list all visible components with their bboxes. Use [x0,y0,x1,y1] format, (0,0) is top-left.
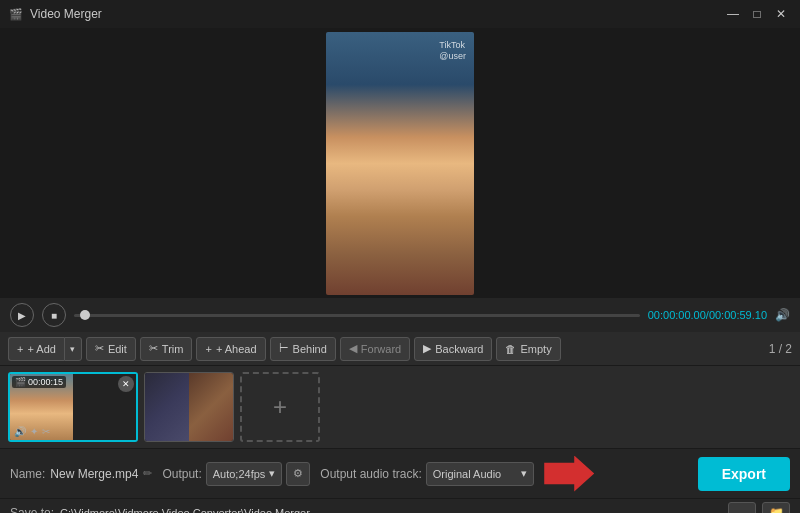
progress-track[interactable] [74,314,640,317]
volume-icon[interactable]: 🔊 [775,308,790,322]
forward-button[interactable]: ◀ Forward [340,337,410,361]
edit-label: Edit [108,343,127,355]
forward-label: Forward [361,343,401,355]
add-label: + Add [27,343,55,355]
page-indicator: 1 / 2 [769,342,792,356]
title-bar: 🎬 Video Merger — □ ✕ [0,0,800,28]
stop-button[interactable]: ■ [42,303,66,327]
tiktok-overlay: TikTok@user [439,40,466,63]
clip-item-2[interactable] [144,372,234,442]
ahead-label: + Ahead [216,343,257,355]
name-value: New Merge.mp4 [50,467,138,481]
add-button-group[interactable]: + + Add ▾ [8,337,82,361]
audio-dropdown[interactable]: Original Audio ▾ [426,462,535,486]
backward-icon: ▶ [423,342,431,355]
saveto-path: C:\Vidmore\Vidmore Video Converter\Video… [60,507,722,514]
export-arrow-decoration [544,456,594,492]
ahead-icon: + [205,343,211,355]
add-dropdown-button[interactable]: ▾ [64,337,82,361]
saveto-label: Save to: [10,506,54,514]
clip2-part2 [189,373,233,441]
output-select-box[interactable]: Auto;24fps ▾ [206,462,283,486]
close-button[interactable]: ✕ [770,4,792,24]
add-icon: + [17,343,23,355]
behind-label: Behind [293,343,327,355]
forward-icon: ◀ [349,342,357,355]
output-value: Auto;24fps [213,468,266,480]
time-display: 00:00:00.00/00:00:59.10 [648,309,767,321]
clip2-thumbnail [145,373,233,441]
bottom-bar: Name: New Merge.mp4 ✏ Output: Auto;24fps… [0,448,800,498]
name-label: Name: [10,467,45,481]
clips-area: 🎬 00:00:15 ✕ 🔊 ✦ ✂ + [0,366,800,448]
audio-field: Output audio track: Original Audio ▾ [320,462,534,486]
clip-item[interactable]: 🎬 00:00:15 ✕ 🔊 ✦ ✂ [8,372,138,442]
trim-button[interactable]: ✂ Trim [140,337,193,361]
backward-label: Backward [435,343,483,355]
clip-time: 🎬 00:00:15 [12,376,66,388]
audio-label: Output audio track: [320,467,421,481]
edit-button[interactable]: ✂ Edit [86,337,136,361]
clip-action-icons: 🔊 ✦ ✂ [14,426,50,437]
name-field: Name: New Merge.mp4 ✏ [10,467,152,481]
maximize-button[interactable]: □ [746,4,768,24]
saveto-folder-button[interactable]: 📁 [762,502,790,514]
output-label: Output: [162,467,201,481]
folder-icon: 📁 [769,506,784,514]
gear-button[interactable]: ⚙ [286,462,310,486]
saveto-bar: Save to: C:\Vidmore\Vidmore Video Conver… [0,498,800,513]
video-content: TikTok@user [326,32,474,295]
audio-value: Original Audio [433,468,502,480]
trim-label: Trim [162,343,184,355]
add-main-button[interactable]: + + Add [8,337,64,361]
behind-icon: ⊢ [279,342,289,355]
empty-label: Empty [520,343,551,355]
behind-button[interactable]: ⊢ Behind [270,337,336,361]
audio-icon: 🔊 [14,426,26,437]
output-field: Output: Auto;24fps ▾ ⚙ [162,462,310,486]
clip-close-button[interactable]: ✕ [118,376,134,392]
arrow-shape [544,456,594,492]
playback-bar: ▶ ■ 00:00:00.00/00:00:59.10 🔊 [0,298,800,332]
ahead-button[interactable]: + + Ahead [196,337,265,361]
add-clip-button[interactable]: + [240,372,320,442]
trash-icon: 🗑 [505,343,516,355]
edit-icon: ✂ [95,342,104,355]
preview-area: TikTok@user [0,28,800,298]
clip-icon: 🎬 [15,377,26,387]
audio-arrow: ▾ [521,467,527,480]
play-button[interactable]: ▶ [10,303,34,327]
toolbar: + + Add ▾ ✂ Edit ✂ Trim + + Ahead ⊢ Behi… [0,332,800,366]
cut-icon: ✂ [42,426,50,437]
trim-icon: ✂ [149,342,158,355]
app-title: Video Merger [30,7,722,21]
name-edit-icon[interactable]: ✏ [143,467,152,480]
minimize-button[interactable]: — [722,4,744,24]
video-preview: TikTok@user [326,32,474,295]
clip2-part1 [145,373,189,441]
clip-duration: 00:00:15 [28,377,63,387]
gear-icon: ⚙ [293,467,303,480]
star-icon: ✦ [30,426,38,437]
saveto-browse-button[interactable]: ... [728,502,756,514]
backward-button[interactable]: ▶ Backward [414,337,492,361]
app-icon: 🎬 [8,6,24,22]
dropdown-arrow: ▾ [269,467,275,480]
export-button[interactable]: Export [698,457,790,491]
progress-thumb[interactable] [80,310,90,320]
empty-button[interactable]: 🗑 Empty [496,337,560,361]
window-controls: — □ ✕ [722,4,792,24]
